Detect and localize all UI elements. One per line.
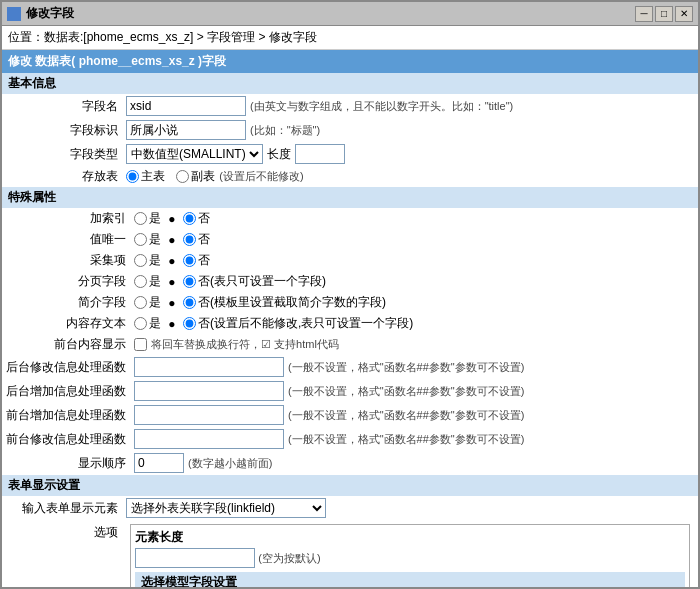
input-element-row: 输入表单显示元素 选择外表关联字段(linkfield) bbox=[2, 496, 698, 520]
field-type-row: 字段类型 中数值型(SMALLINT) 长度 bbox=[2, 142, 698, 166]
front-display-checkbox-label[interactable]: 将回车替换成换行符，☑ 支持html代码 bbox=[134, 337, 339, 352]
front-add-func-cell: (一般不设置，格式"函数名##参数"参数可不设置) bbox=[130, 403, 698, 427]
front-add-func-hint: (一般不设置，格式"函数名##参数"参数可不设置) bbox=[288, 408, 524, 423]
storage-cell: 主表 副表 (设置后不能修改) bbox=[122, 166, 698, 187]
storage-hint: (设置后不能修改) bbox=[219, 169, 303, 184]
unique-no-radio[interactable] bbox=[183, 233, 196, 246]
after-modify-func-input[interactable] bbox=[134, 357, 284, 377]
index-yes-label[interactable]: 是 bbox=[134, 210, 161, 227]
form-display-section-header: 表单显示设置 bbox=[2, 475, 698, 496]
summary-no-label[interactable]: 否(模板里设置截取简介字数的字段) bbox=[183, 294, 386, 311]
field-type-label: 字段类型 bbox=[2, 142, 122, 166]
content-no-label[interactable]: 否(设置后不能修改,表只可设置一个字段) bbox=[183, 315, 413, 332]
field-label-input[interactable] bbox=[126, 120, 246, 140]
close-button[interactable]: ✕ bbox=[675, 6, 693, 22]
special-section-header: 特殊属性 bbox=[2, 187, 698, 208]
required-label: 采集项 bbox=[2, 250, 130, 271]
section-header: 修改 数据表( phome__ecms_xs_z )字段 bbox=[2, 50, 698, 73]
field-type-select[interactable]: 中数值型(SMALLINT) bbox=[126, 144, 263, 164]
front-modify-func-row: 前台修改信息处理函数 (一般不设置，格式"函数名##参数"参数可不设置) bbox=[2, 427, 698, 451]
unique-no-label[interactable]: 否 bbox=[183, 231, 210, 248]
display-order-hint: (数字越小越前面) bbox=[188, 456, 272, 471]
content-yes-label[interactable]: 是 bbox=[134, 315, 161, 332]
options-outer-table: 选项 元素长度 (空为按默认) 选择模型字段设置 bbox=[2, 520, 698, 587]
content-text-cell: 是 ● 否(设置后不能修改,表只可设置一个字段) bbox=[130, 313, 698, 334]
after-modify-func-row: 后台修改信息处理函数 (一般不设置，格式"函数名##参数"参数可不设置) bbox=[2, 355, 698, 379]
after-add-func-input[interactable] bbox=[134, 381, 284, 401]
index-no-label[interactable]: 否 bbox=[183, 210, 210, 227]
required-yes-label[interactable]: 是 bbox=[134, 252, 161, 269]
storage-sub-radio-label[interactable]: 副表 bbox=[176, 168, 215, 185]
field-type-cell: 中数值型(SMALLINT) 长度 bbox=[122, 142, 698, 166]
partition-yes-label[interactable]: 是 bbox=[134, 273, 161, 290]
window-title: 修改字段 bbox=[26, 5, 74, 22]
front-modify-func-label: 前台修改信息处理函数 bbox=[2, 427, 130, 451]
storage-main-radio[interactable] bbox=[126, 170, 139, 183]
summary-row: 简介字段 是 ● 否(模板里设置截取简介字数的字段) bbox=[2, 292, 698, 313]
summary-yes-label[interactable]: 是 bbox=[134, 294, 161, 311]
front-add-func-label: 前台增加信息处理函数 bbox=[2, 403, 130, 427]
front-display-row: 前台内容显示 将回车替换成换行符，☑ 支持html代码 bbox=[2, 334, 698, 355]
content-text-label: 内容存文本 bbox=[2, 313, 130, 334]
breadcrumb: 位置：数据表:[phome_ecms_xs_z] > 字段管理 > 修改字段 bbox=[2, 26, 698, 50]
storage-row: 存放表 主表 副表 (设置后不能修改) bbox=[2, 166, 698, 187]
after-add-func-label: 后台增加信息处理函数 bbox=[2, 379, 130, 403]
partition-yes-radio[interactable] bbox=[134, 275, 147, 288]
summary-yes-radio[interactable] bbox=[134, 296, 147, 309]
summary-cell: 是 ● 否(模板里设置截取简介字数的字段) bbox=[130, 292, 698, 313]
minimize-button[interactable]: ─ bbox=[635, 6, 653, 22]
required-no-label[interactable]: 否 bbox=[183, 252, 210, 269]
element-length-hint: (空为按默认) bbox=[258, 552, 320, 564]
index-cell: 是 ● 否 bbox=[130, 208, 698, 229]
front-modify-func-input[interactable] bbox=[134, 429, 284, 449]
field-length-input[interactable] bbox=[295, 144, 345, 164]
maximize-button[interactable]: □ bbox=[655, 6, 673, 22]
partition-no-radio[interactable] bbox=[183, 275, 196, 288]
required-no-radio[interactable] bbox=[183, 254, 196, 267]
storage-main-radio-label[interactable]: 主表 bbox=[126, 168, 165, 185]
basic-info-table: 字段名 (由英文与数字组成，且不能以数字开头。比如："title") 字段标识 … bbox=[2, 94, 698, 187]
content-yes-radio[interactable] bbox=[134, 317, 147, 330]
display-order-label: 显示顺序 bbox=[2, 451, 130, 475]
index-no-radio[interactable] bbox=[183, 212, 196, 225]
front-display-checkbox[interactable] bbox=[134, 338, 147, 351]
title-bar: 修改字段 ─ □ ✕ bbox=[2, 2, 698, 26]
element-length-input[interactable] bbox=[135, 548, 255, 568]
field-name-label: 字段名 bbox=[2, 94, 122, 118]
display-order-input[interactable] bbox=[134, 453, 184, 473]
summary-label: 简介字段 bbox=[2, 292, 130, 313]
unique-cell: 是 ● 否 bbox=[130, 229, 698, 250]
storage-sub-radio[interactable] bbox=[176, 170, 189, 183]
window-icon bbox=[7, 7, 21, 21]
front-modify-func-cell: (一般不设置，格式"函数名##参数"参数可不设置) bbox=[130, 427, 698, 451]
input-element-label: 输入表单显示元素 bbox=[2, 496, 122, 520]
required-yes-radio[interactable] bbox=[134, 254, 147, 267]
input-element-cell: 选择外表关联字段(linkfield) bbox=[122, 496, 698, 520]
options-label: 选项 bbox=[2, 520, 122, 587]
field-name-cell: (由英文与数字组成，且不能以数字开头。比如："title") bbox=[122, 94, 698, 118]
front-modify-func-hint: (一般不设置，格式"函数名##参数"参数可不设置) bbox=[288, 432, 524, 447]
required-row: 采集项 是 ● 否 bbox=[2, 250, 698, 271]
options-inner-box: 元素长度 (空为按默认) 选择模型字段设置 数据表名 bbox=[130, 524, 690, 587]
unique-yes-label[interactable]: 是 bbox=[134, 231, 161, 248]
partition-no-label[interactable]: 否(表只可设置一个字段) bbox=[183, 273, 326, 290]
front-display-cell: 将回车替换成换行符，☑ 支持html代码 bbox=[130, 334, 698, 355]
field-name-hint: (由英文与数字组成，且不能以数字开头。比如："title") bbox=[250, 99, 513, 114]
content-no-radio[interactable] bbox=[183, 317, 196, 330]
front-display-label: 前台内容显示 bbox=[2, 334, 130, 355]
input-element-select[interactable]: 选择外表关联字段(linkfield) bbox=[126, 498, 326, 518]
required-cell: 是 ● 否 bbox=[130, 250, 698, 271]
field-name-row: 字段名 (由英文与数字组成，且不能以数字开头。比如："title") bbox=[2, 94, 698, 118]
field-name-input[interactable] bbox=[126, 96, 246, 116]
storage-label: 存放表 bbox=[2, 166, 122, 187]
display-order-cell: (数字越小越前面) bbox=[130, 451, 698, 475]
after-modify-func-hint: (一般不设置，格式"函数名##参数"参数可不设置) bbox=[288, 360, 524, 375]
front-add-func-input[interactable] bbox=[134, 405, 284, 425]
after-add-func-row: 后台增加信息处理函数 (一般不设置，格式"函数名##参数"参数可不设置) bbox=[2, 379, 698, 403]
unique-yes-radio[interactable] bbox=[134, 233, 147, 246]
after-add-func-cell: (一般不设置，格式"函数名##参数"参数可不设置) bbox=[130, 379, 698, 403]
summary-no-radio[interactable] bbox=[183, 296, 196, 309]
element-length-label: 元素长度 bbox=[135, 530, 183, 544]
index-yes-radio[interactable] bbox=[134, 212, 147, 225]
index-row: 加索引 是 ● 否 bbox=[2, 208, 698, 229]
